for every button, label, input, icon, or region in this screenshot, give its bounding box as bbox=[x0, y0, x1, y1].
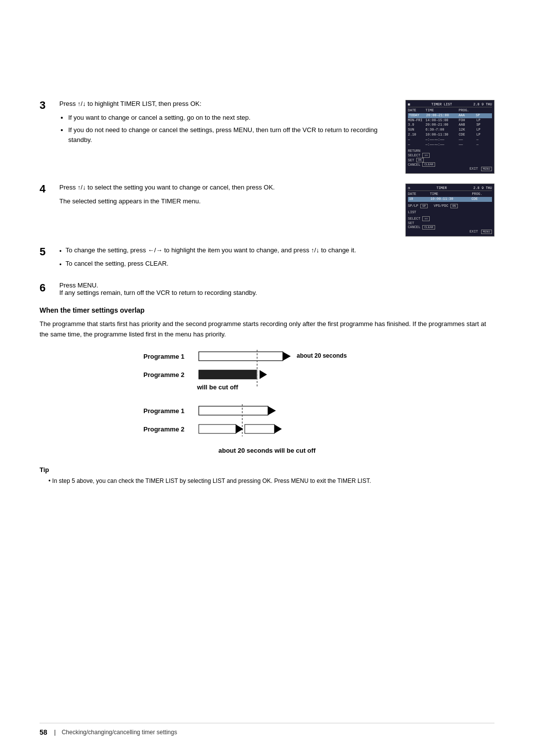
vcr1-row-4: 2.10 10:00→11:30 CDE LP bbox=[408, 133, 492, 138]
step-5: 5 • To change the setting, press ←/→ to … bbox=[40, 245, 494, 273]
vcr1-row-6: — —:——→—:—— —— — bbox=[408, 142, 492, 147]
step-4-content: Press ↑/↓ to select the setting you want… bbox=[59, 183, 494, 236]
vcr1-row2-time: 20:00→21:00 bbox=[426, 123, 457, 128]
vcr1-header-row: DATE TIME PROG. bbox=[408, 108, 492, 113]
step-6-followup: If any settings remain, turn off the VCR… bbox=[59, 289, 257, 296]
vcr1-title: TIMER LIST bbox=[431, 102, 452, 106]
vcr1-row4-prog: CDE bbox=[459, 133, 475, 138]
vcr2-clock-icon: ◷ bbox=[408, 186, 410, 190]
vcr2-select-btn: ⬆⬇ bbox=[422, 216, 430, 221]
vcr1-row-5: — —:——→—:—— —— — bbox=[408, 138, 492, 142]
vcr1-return: RETURN bbox=[408, 149, 492, 153]
prog1-bar-d2 bbox=[199, 406, 268, 415]
tip-heading: Tip bbox=[40, 466, 494, 473]
tip-section: Tip • In step 5 above, you can check the… bbox=[40, 466, 494, 486]
page-footer: 58 | Checking/changing/cancelling timer … bbox=[40, 723, 494, 736]
vcr2-header-row: DATE TIME PROG. bbox=[408, 192, 492, 197]
vcr1-controls: SELECT ⬆⬇ bbox=[408, 153, 492, 158]
vcr2-titlebar: ◷ TIMER 2.8 9 THU bbox=[408, 186, 492, 191]
vcr1-row3-prog: 12K bbox=[459, 128, 475, 133]
step-6: 6 Press MENU. If any settings remain, tu… bbox=[40, 282, 494, 296]
vcr1-select-btn: ⬆⬇ bbox=[422, 153, 430, 158]
step-6-number: 6 bbox=[40, 282, 55, 294]
vcr1-row6-time: —:——→—:—— bbox=[426, 142, 457, 147]
vcr1-set-row: SET OK bbox=[408, 158, 492, 162]
step-3-text: Press ↑/↓ to highlight TIMER LIST, then … bbox=[59, 99, 391, 148]
cut-off-label-d1: will be cut off bbox=[196, 383, 238, 391]
about-20-label: about 20 seconds will be cut off bbox=[143, 447, 391, 454]
overlap-paragraph: The programme that starts first has prio… bbox=[40, 319, 494, 340]
vcr2-menu-btn: MENU bbox=[481, 230, 492, 234]
prog1-arrow-d1 bbox=[283, 352, 291, 361]
footer-description: Checking/changing/cancelling timer setti… bbox=[62, 729, 177, 736]
vcr1-row5-speed: — bbox=[476, 138, 492, 142]
vcr2-exit-menu: EXIT MENU bbox=[408, 230, 492, 234]
step-5-number: 5 bbox=[40, 245, 55, 258]
diagram-1: Programme 1 about 20 seconds Programme 2 bbox=[143, 350, 391, 394]
vcr2-sp-lp-label: SP/LP bbox=[408, 204, 418, 208]
step-6-text: Press MENU. bbox=[59, 282, 257, 289]
overlap-section: When the timer settings overlap The prog… bbox=[40, 306, 494, 454]
vcr1-row3-date: SUN bbox=[408, 128, 424, 133]
step-3-number: 3 bbox=[40, 99, 55, 112]
vcr2-set-row: SET bbox=[408, 221, 492, 225]
vcr2-list-row: LIST bbox=[408, 210, 492, 214]
vcr1-row4-date: 2.10 bbox=[408, 133, 424, 138]
prog2-bar-right-d2 bbox=[245, 425, 274, 433]
overlap-heading: When the timer settings overlap bbox=[40, 306, 494, 314]
step-4-followup: The selected setting appears in the TIME… bbox=[59, 196, 391, 206]
vcr1-cancel-row: CANCEL CLEAR bbox=[408, 162, 492, 167]
vcr2-cancel-row: CANCEL CLEAR bbox=[408, 225, 492, 230]
vcr1-row2-date: 3.9 bbox=[408, 123, 424, 128]
vcr2-data-row: 10 10:00→11:30 CDE bbox=[408, 197, 492, 202]
prog2-arrow2-d2 bbox=[274, 425, 282, 433]
vcr2-list-label: LIST bbox=[408, 210, 416, 214]
step-3-content: Press ↑/↓ to highlight TIMER LIST, then … bbox=[59, 99, 494, 174]
vcr1-row-0: TODAY 20:00→21:00 AAA SP bbox=[408, 113, 492, 118]
vcr1-icon: ▦ bbox=[408, 102, 410, 106]
vcr1-row1-prog: FOH bbox=[459, 118, 475, 123]
prog2-bar-d1 bbox=[199, 370, 257, 379]
vcr2-date-display: 2.8 9 THU bbox=[473, 186, 492, 190]
step-3-bullet-1: If you want to change or cancel a settin… bbox=[68, 113, 391, 123]
vcr1-row0-speed: SP bbox=[476, 113, 491, 118]
vcr1-clear-btn: CLEAR bbox=[422, 162, 435, 167]
vcr1-row6-speed: — bbox=[476, 142, 492, 147]
vcr1-row3-time: 6:30→7:00 bbox=[426, 128, 457, 133]
vcr1-row6-prog: —— bbox=[459, 142, 475, 147]
diagram-2-svg: Programme 1 Programme 2 bbox=[143, 404, 391, 444]
vcr2-sp-lp-row: SP/LP SP VPS/PDC ON bbox=[408, 204, 492, 208]
vcr2-on-btn: ON bbox=[450, 204, 458, 208]
page-number: 58 bbox=[40, 728, 47, 736]
tip-bullet: • bbox=[48, 477, 52, 484]
vcr1-row0-prog: AAA bbox=[458, 113, 474, 118]
vcr2-prog-col: PROG. bbox=[472, 192, 492, 197]
tip-text: • In step 5 above, you can check the TIM… bbox=[48, 476, 494, 486]
vcr1-date-display: 2.8 9 THU bbox=[473, 102, 492, 106]
step-4: 4 Press ↑/↓ to select the setting you wa… bbox=[40, 183, 494, 236]
vcr1-row2-speed: SP bbox=[476, 123, 492, 128]
prog2-bar-left-d2 bbox=[199, 425, 236, 433]
step-5-bullet-2-text: To cancel the setting, press CLEAR. bbox=[66, 259, 169, 269]
vcr1-row0-date: TODAY bbox=[409, 113, 424, 118]
vcr2-footer: SELECT ⬆⬇ SET CANCEL CLEAR EXIT MENU bbox=[408, 216, 492, 234]
vcr1-row1-date: MON-FRI bbox=[408, 118, 424, 123]
vcr1-row4-time: 10:00→11:30 bbox=[426, 133, 457, 138]
prog1-label-d2: Programme 1 bbox=[143, 407, 184, 415]
vcr1-footer: RETURN SELECT ⬆⬇ SET OK CANCEL CLEAR bbox=[408, 149, 492, 171]
page-content: 3 Press ↑/↓ to highlight TIMER LIST, the… bbox=[40, 20, 494, 486]
step-5-bullet-1-text: To change the setting, press ←/→ to high… bbox=[66, 245, 356, 255]
step-5-content: • To change the setting, press ←/→ to hi… bbox=[59, 245, 356, 273]
vcr2-sp-btn: SP bbox=[420, 204, 428, 208]
vcr1-menu-btn: MENU bbox=[481, 167, 492, 171]
prog2-arrow-d1 bbox=[260, 370, 267, 379]
diagram-1-svg: Programme 1 about 20 seconds Programme 2 bbox=[143, 350, 391, 394]
vcr1-row0-time: 20:00→21:00 bbox=[426, 113, 457, 118]
about-label-d1: about 20 seconds bbox=[297, 352, 347, 359]
vcr1-row-1: MON-FRI 14:00→15:00 FOH LP bbox=[408, 118, 492, 123]
vcr2-select-row: SELECT ⬆⬇ bbox=[408, 216, 492, 221]
vcr1-row5-date: — bbox=[408, 138, 424, 142]
step-3: 3 Press ↑/↓ to highlight TIMER LIST, the… bbox=[40, 99, 494, 174]
step-5-bullet-2: • To cancel the setting, press CLEAR. bbox=[59, 259, 356, 270]
vcr-screen-2: ◷ TIMER 2.8 9 THU DATE TIME PROG. 10 10:… bbox=[405, 184, 494, 236]
